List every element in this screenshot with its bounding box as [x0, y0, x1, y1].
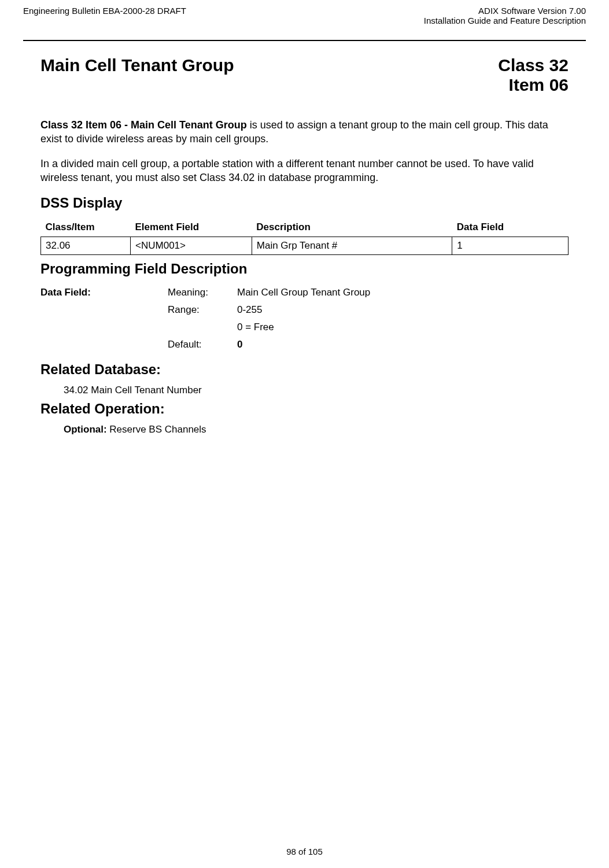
- title-row: Main Cell Tenant Group Class 32 Item 06: [40, 56, 569, 95]
- pfd-default-val: 0: [237, 336, 377, 353]
- related-database-heading: Related Database:: [40, 361, 569, 378]
- dss-header-classitem: Class/Item: [41, 218, 131, 237]
- related-operation-value: Reserve BS Channels: [109, 424, 206, 435]
- class-item-label: Class 32 Item 06: [498, 56, 569, 95]
- pfd-default-key: Default:: [168, 336, 237, 353]
- dss-table: Class/Item Element Field Description Dat…: [40, 218, 569, 255]
- dss-description: Main Grp Tenant #: [252, 237, 452, 255]
- pfd-table: Data Field: Meaning: Main Cell Group Ten…: [40, 284, 377, 353]
- paragraph-2: In a divided main cell group, a portable…: [40, 157, 569, 185]
- header-right-line1: ADIX Software Version 7.00: [424, 6, 586, 16]
- dss-display-heading: DSS Display: [40, 195, 569, 211]
- dss-classitem: 32.06: [41, 237, 131, 255]
- page-title: Main Cell Tenant Group: [40, 56, 234, 75]
- item-label: Item 06: [498, 75, 569, 95]
- dss-element: <NUM001>: [131, 237, 252, 255]
- dss-header-element: Element Field: [131, 218, 252, 237]
- pfd-free-key: [168, 319, 237, 336]
- pfd-row-range: Range: 0-255: [40, 301, 377, 319]
- dss-datafield: 1: [452, 237, 569, 255]
- related-database-item: 34.02 Main Cell Tenant Number: [40, 385, 569, 396]
- pfd-row-meaning: Data Field: Meaning: Main Cell Group Ten…: [40, 284, 377, 301]
- header-left: Engineering Bulletin EBA-2000-28 DRAFT: [23, 6, 186, 16]
- dss-header-row: Class/Item Element Field Description Dat…: [41, 218, 569, 237]
- class-label: Class 32: [498, 56, 569, 75]
- page-footer: 98 of 105: [0, 847, 609, 856]
- pfd-row-free: 0 = Free: [40, 319, 377, 336]
- dss-header-datafield: Data Field: [452, 218, 569, 237]
- pfd-range-key: Range:: [168, 301, 237, 319]
- pfd-heading: Programming Field Description: [40, 261, 569, 277]
- dss-header-description: Description: [252, 218, 452, 237]
- related-operation-item: Optional: Reserve BS Channels: [40, 424, 569, 435]
- pfd-free-val: 0 = Free: [237, 319, 377, 336]
- para1-bold: Class 32 Item 06 - Main Cell Tenant Grou…: [40, 119, 247, 131]
- header-right-line2: Installation Guide and Feature Descripti…: [424, 16, 586, 25]
- paragraph-1: Class 32 Item 06 - Main Cell Tenant Grou…: [40, 118, 569, 146]
- pfd-label: Data Field:: [40, 284, 168, 301]
- pfd-meaning-key: Meaning:: [168, 284, 237, 301]
- pfd-range-val: 0-255: [237, 301, 377, 319]
- dss-data-row: 32.06 <NUM001> Main Grp Tenant # 1: [41, 237, 569, 255]
- pfd-meaning-val: Main Cell Group Tenant Group: [237, 284, 377, 301]
- header-right: ADIX Software Version 7.00 Installation …: [424, 6, 586, 25]
- pfd-row-default: Default: 0: [40, 336, 377, 353]
- related-operation-heading: Related Operation:: [40, 401, 569, 417]
- page-content: Main Cell Tenant Group Class 32 Item 06 …: [23, 41, 586, 435]
- page-header: Engineering Bulletin EBA-2000-28 DRAFT A…: [23, 6, 586, 41]
- related-operation-label: Optional:: [64, 424, 109, 435]
